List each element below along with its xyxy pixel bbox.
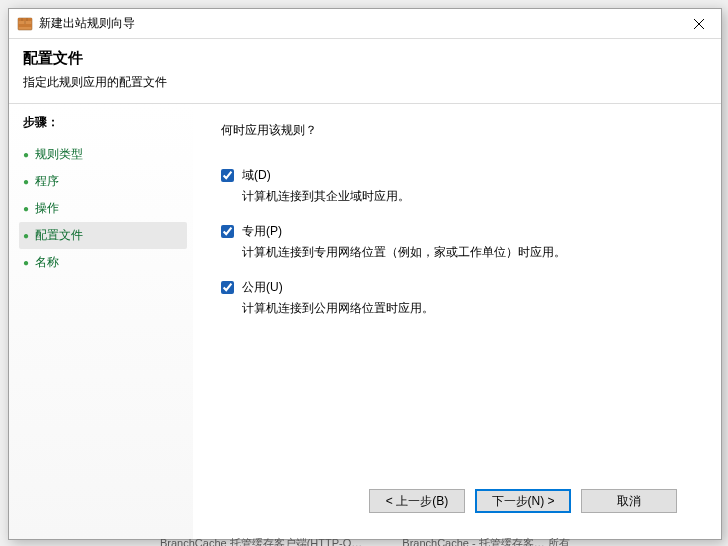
option-private-label: 专用(P): [242, 223, 282, 240]
step-label: 名称: [35, 254, 59, 271]
page-subtitle: 指定此规则应用的配置文件: [23, 74, 707, 91]
bullet-icon: ●: [23, 176, 29, 187]
option-private-checkbox[interactable]: [221, 225, 234, 238]
wizard-body: 步骤： ●规则类型●程序●操作●配置文件●名称 何时应用该规则？ 域(D)计算机…: [9, 104, 721, 539]
steps-sidebar: 步骤： ●规则类型●程序●操作●配置文件●名称: [9, 104, 193, 539]
option-domain: 域(D)计算机连接到其企业域时应用。: [221, 167, 693, 205]
svg-rect-2: [18, 24, 32, 27]
wizard-footer: < 上一步(B) 下一步(N) > 取消: [221, 477, 693, 529]
step-2[interactable]: ●操作: [19, 195, 187, 222]
step-0[interactable]: ●规则类型: [19, 141, 187, 168]
option-domain-checkbox[interactable]: [221, 169, 234, 182]
bullet-icon: ●: [23, 149, 29, 160]
firewall-icon: [17, 16, 33, 32]
close-button[interactable]: [676, 9, 721, 38]
svg-rect-1: [18, 18, 32, 21]
bullet-icon: ●: [23, 203, 29, 214]
option-public-checkbox[interactable]: [221, 281, 234, 294]
option-public-desc: 计算机连接到公用网络位置时应用。: [221, 300, 693, 317]
step-label: 配置文件: [35, 227, 83, 244]
window-title: 新建出站规则向导: [39, 15, 676, 32]
option-domain-label: 域(D): [242, 167, 271, 184]
option-domain-row[interactable]: 域(D): [221, 167, 693, 184]
wizard-content: 何时应用该规则？ 域(D)计算机连接到其企业域时应用。专用(P)计算机连接到专用…: [193, 104, 721, 539]
option-private-desc: 计算机连接到专用网络位置（例如，家或工作单位）时应用。: [221, 244, 693, 261]
next-button-label: 下一步(N) >: [492, 493, 555, 510]
step-label: 规则类型: [35, 146, 83, 163]
cancel-button-label: 取消: [617, 493, 641, 510]
step-3[interactable]: ●配置文件: [19, 222, 187, 249]
option-public: 公用(U)计算机连接到公用网络位置时应用。: [221, 279, 693, 317]
content-question: 何时应用该规则？: [221, 122, 693, 139]
wizard-window: 新建出站规则向导 配置文件 指定此规则应用的配置文件 步骤： ●规则类型●程序●…: [8, 8, 722, 540]
back-button[interactable]: < 上一步(B): [369, 489, 465, 513]
option-domain-desc: 计算机连接到其企业域时应用。: [221, 188, 693, 205]
step-1[interactable]: ●程序: [19, 168, 187, 195]
next-button[interactable]: 下一步(N) >: [475, 489, 571, 513]
bullet-icon: ●: [23, 230, 29, 241]
step-label: 程序: [35, 173, 59, 190]
steps-heading: 步骤：: [19, 114, 187, 131]
close-icon: [694, 19, 704, 29]
back-button-label: < 上一步(B): [386, 493, 448, 510]
step-label: 操作: [35, 200, 59, 217]
bullet-icon: ●: [23, 257, 29, 268]
page-title: 配置文件: [23, 49, 707, 68]
wizard-header: 配置文件 指定此规则应用的配置文件: [9, 39, 721, 104]
cancel-button[interactable]: 取消: [581, 489, 677, 513]
option-public-row[interactable]: 公用(U): [221, 279, 693, 296]
option-public-label: 公用(U): [242, 279, 283, 296]
step-4[interactable]: ●名称: [19, 249, 187, 276]
option-private-row[interactable]: 专用(P): [221, 223, 693, 240]
option-private: 专用(P)计算机连接到专用网络位置（例如，家或工作单位）时应用。: [221, 223, 693, 261]
titlebar: 新建出站规则向导: [9, 9, 721, 39]
